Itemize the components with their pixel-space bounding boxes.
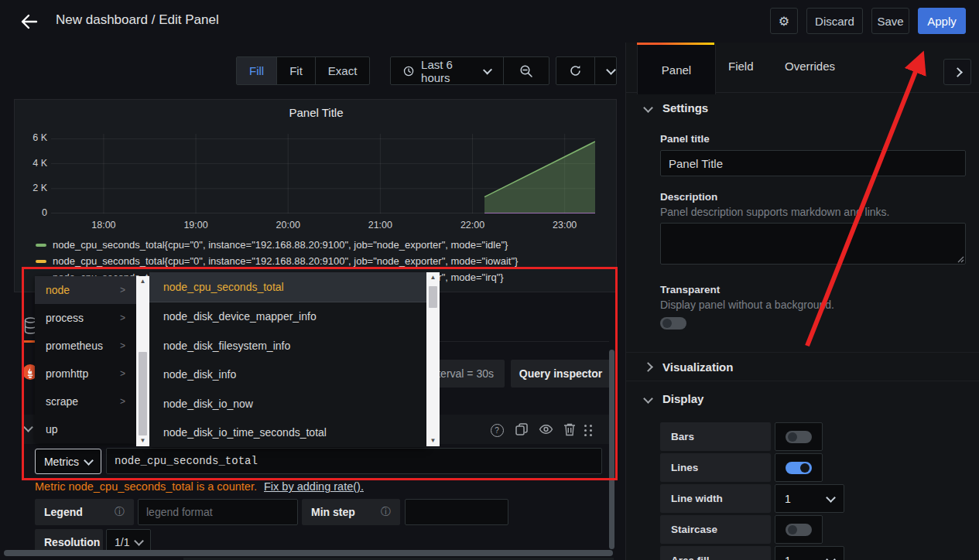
drag-handle-icon[interactable] bbox=[584, 425, 587, 427]
y-tick-label: 2 K bbox=[15, 183, 47, 193]
visualization-section-header[interactable]: Visualization bbox=[645, 360, 733, 374]
chevron-right-icon bbox=[643, 362, 653, 372]
metric-submenu: node_cpu_seconds_totalnode_disk_device_m… bbox=[149, 272, 426, 447]
time-range-picker[interactable]: Last 6 hours bbox=[391, 57, 504, 84]
metric-group-label: up bbox=[46, 423, 58, 435]
legend-swatch-icon[interactable] bbox=[36, 244, 46, 247]
metric-submenu-scrollbar[interactable]: ▲ ▼ bbox=[426, 272, 440, 446]
y-tick-label: 4 K bbox=[15, 158, 47, 169]
legend-series-label[interactable]: node_cpu_seconds_total{cpu="0", instance… bbox=[53, 239, 508, 251]
settings-heading: Settings bbox=[662, 101, 708, 114]
min-step-label: Min step ⓘ bbox=[302, 499, 400, 525]
save-button[interactable]: Save bbox=[871, 8, 909, 34]
refresh-button[interactable] bbox=[556, 57, 595, 84]
collapse-sidebar-button[interactable] bbox=[943, 59, 971, 85]
panel-size-mode-group: FillFitExact bbox=[236, 56, 370, 85]
query-inspector-button[interactable]: Query inspector bbox=[511, 360, 611, 388]
x-tick-label: 23:00 bbox=[543, 220, 587, 230]
submenu-arrow-icon: > bbox=[120, 312, 125, 323]
metric-group-item-node[interactable]: node> bbox=[35, 276, 136, 304]
tab-panel-label: Panel bbox=[662, 63, 691, 77]
toggle-lines[interactable] bbox=[775, 453, 823, 482]
transparent-toggle[interactable] bbox=[660, 317, 686, 330]
toggle-knob bbox=[800, 463, 810, 473]
toggle-bars[interactable] bbox=[775, 422, 823, 451]
legend-series-label[interactable]: node_cpu_seconds_total{cpu="0", instance… bbox=[53, 255, 518, 267]
options-sidebar: Panel Field Overrides Settings Panel tit… bbox=[625, 43, 979, 560]
metric-item-node_disk_io_now[interactable]: node_disk_io_now bbox=[149, 389, 426, 418]
group-menu-scrollbar[interactable]: ▲ ▼ bbox=[136, 276, 149, 446]
toggle-pill bbox=[786, 431, 812, 443]
fix-by-adding-rate-link[interactable]: Fix by adding rate(). bbox=[264, 480, 364, 493]
description-textarea[interactable] bbox=[660, 223, 966, 265]
metric-item-node_cpu_seconds_total[interactable]: node_cpu_seconds_total bbox=[149, 272, 426, 302]
trash-icon bbox=[563, 422, 576, 436]
min-step-input[interactable] bbox=[405, 499, 508, 525]
time-controls-group: Last 6 hours bbox=[390, 56, 549, 85]
select-area-fill[interactable]: 1 bbox=[775, 546, 844, 560]
y-tick-label: 0 bbox=[15, 207, 47, 218]
tab-field[interactable]: Field bbox=[728, 60, 754, 73]
panel-settings-gear-button[interactable]: ⚙ bbox=[770, 8, 798, 34]
tab-panel[interactable]: Panel bbox=[637, 43, 716, 94]
panel-title-input[interactable] bbox=[660, 150, 966, 176]
toggle-staircase[interactable] bbox=[775, 515, 823, 544]
resize-handle-icon[interactable] bbox=[957, 256, 964, 263]
copy-icon bbox=[515, 422, 529, 436]
metric-group-label: promhttp bbox=[46, 367, 88, 380]
scroll-up-arrow-icon: ▲ bbox=[140, 276, 146, 287]
submenu-arrow-icon: > bbox=[120, 368, 125, 379]
metric-group-item-process[interactable]: process> bbox=[35, 304, 136, 332]
metric-item-node_disk_filesystem_info[interactable]: node_disk_filesystem_info bbox=[149, 331, 426, 360]
discard-button[interactable]: Discard bbox=[806, 8, 863, 34]
legend-row: node_cpu_seconds_total{cpu="0", instance… bbox=[31, 237, 518, 253]
query-help-button[interactable]: ? bbox=[489, 422, 505, 438]
size-mode-fit[interactable]: Fit bbox=[277, 57, 316, 84]
delete-query-button[interactable] bbox=[563, 422, 576, 436]
metric-group-item-scrape[interactable]: scrape> bbox=[35, 388, 136, 415]
submenu-arrow-icon: > bbox=[120, 285, 125, 295]
apply-button[interactable]: Apply bbox=[918, 8, 966, 34]
chart-plot-area[interactable] bbox=[51, 134, 595, 213]
metric-item-node_disk_io_time_seconds_total[interactable]: node_disk_io_time_seconds_total bbox=[149, 418, 426, 448]
metric-item-node_disk_info[interactable]: node_disk_info bbox=[149, 360, 426, 390]
metric-group-menu: node>process>prometheus>promhttp>scrape>… bbox=[35, 276, 136, 443]
scroll-down-arrow-icon: ▼ bbox=[430, 435, 436, 446]
metric-group-item-promhttp[interactable]: promhttp> bbox=[35, 360, 136, 388]
metric-item-node_disk_device_mapper_info[interactable]: node_disk_device_mapper_info bbox=[149, 302, 426, 332]
size-mode-fill[interactable]: Fill bbox=[237, 57, 277, 84]
duplicate-query-button[interactable] bbox=[515, 422, 529, 436]
horizontal-scrollbar[interactable] bbox=[4, 550, 613, 556]
zoom-out-button[interactable] bbox=[504, 57, 549, 84]
resolution-value: 1/1 bbox=[115, 536, 129, 548]
scroll-down-arrow-icon: ▼ bbox=[140, 435, 146, 446]
display-section-header[interactable]: Display bbox=[645, 392, 703, 405]
vertical-scrollbar[interactable] bbox=[609, 350, 614, 549]
promql-query-input[interactable] bbox=[106, 448, 602, 474]
display-heading: Display bbox=[662, 392, 703, 405]
size-mode-exact[interactable]: Exact bbox=[316, 57, 370, 84]
tab-overrides[interactable]: Overrides bbox=[785, 60, 835, 73]
legend-swatch-icon[interactable] bbox=[36, 260, 46, 263]
scroll-up-arrow-icon: ▲ bbox=[430, 272, 436, 283]
metrics-browser-button[interactable]: Metrics bbox=[35, 449, 101, 474]
refresh-group bbox=[556, 56, 617, 85]
scrollbar-thumb bbox=[429, 286, 437, 308]
metric-group-item-up[interactable]: up bbox=[35, 415, 136, 443]
back-arrow-icon[interactable] bbox=[19, 11, 40, 32]
toggle-knob bbox=[788, 432, 797, 442]
refresh-interval-dropdown[interactable] bbox=[595, 57, 627, 84]
x-tick-label: 22:00 bbox=[451, 220, 495, 230]
clock-icon bbox=[403, 65, 414, 77]
disable-query-button[interactable] bbox=[539, 423, 553, 435]
metric-group-item-prometheus[interactable]: prometheus> bbox=[35, 332, 136, 360]
select-line-width[interactable]: 1 bbox=[775, 484, 844, 513]
legend-label-text: Legend bbox=[44, 506, 83, 518]
min-step-label-text: Min step bbox=[311, 506, 355, 518]
display-row-label: Lines bbox=[660, 453, 771, 482]
page-title: New dashboard / Edit Panel bbox=[56, 12, 219, 28]
legend-format-input[interactable] bbox=[138, 499, 298, 525]
counter-warning: Metric node_cpu_seconds_total is a count… bbox=[35, 480, 364, 493]
submenu-arrow-icon: > bbox=[120, 396, 125, 407]
settings-section-header[interactable]: Settings bbox=[645, 101, 708, 114]
